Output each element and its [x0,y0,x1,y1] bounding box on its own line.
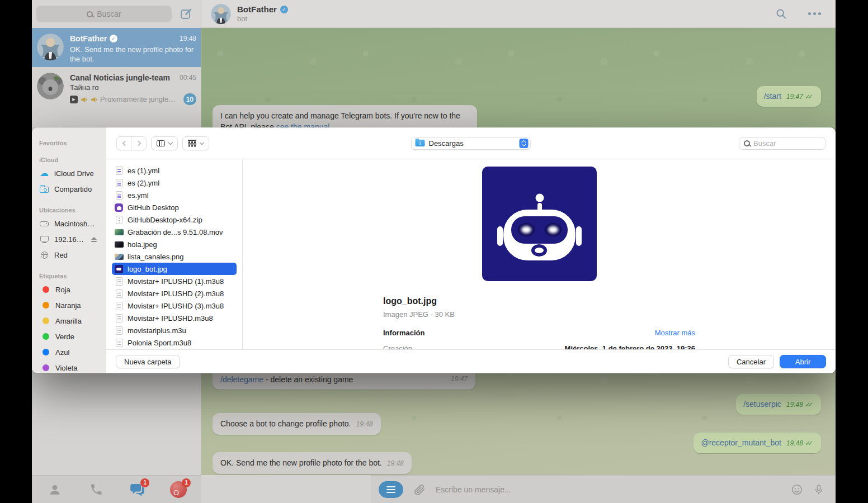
unread-badge: 10 [183,93,196,105]
tag-dot-icon [43,333,49,340]
chat-line1: Тайна го [70,83,196,92]
finder-search-placeholder: Buscar [753,139,776,148]
sidebar-item-naranja[interactable]: Naranja [32,297,106,313]
preview-filename: logo_bot.jpg [383,296,695,306]
message-input[interactable]: Escribe un mensaje... [436,485,781,494]
chat-list-item-canal-noticias[interactable]: Canal Noticias jungle-team 00:45 Тайна г… [32,67,201,106]
mention-link[interactable]: @receptor_mutant_bot [701,438,781,447]
show-more-link[interactable]: Mostrar más [655,329,695,337]
message-in[interactable]: OK. Send me the new profile photo for th… [213,452,412,474]
logo-bot-preview-image [482,167,597,281]
sidebar-item-verde[interactable]: Verde [32,329,106,344]
file-row-es-yml[interactable]: es.yml [112,189,237,201]
chat-header[interactable]: BotFather bot [201,0,836,28]
forward-button[interactable] [131,137,146,150]
sidebar-item-roja[interactable]: Roja [32,282,106,297]
group-by-button[interactable] [182,136,209,150]
search-icon[interactable] [775,8,787,20]
file-row-movistar-iplushd-2-m3u8[interactable]: Movistar+ IPLUSHD (2).m3u8 [112,287,237,300]
calls-tab[interactable] [88,481,105,498]
chat-title-block: BotFather bot [237,4,288,23]
new-folder-button[interactable]: Nueva carpeta [116,355,180,368]
command-link[interactable]: /start [764,92,781,101]
file-row-es-2-yml[interactable]: es (2).yml [112,177,237,189]
file-row-polonia-sport-m3u8[interactable]: Polonia Sport.m3u8 [112,336,237,349]
finder-search-input[interactable]: Buscar [739,137,825,150]
message-time: 19:47 [786,93,803,101]
select-stepper-icon [520,139,529,148]
sidebar-item-192-16[interactable]: 192.16… [32,231,106,247]
dialog-footer: Nueva carpeta Cancelar Abrir [106,349,836,373]
group-icon [188,140,196,146]
open-file-dialog: FavoritosiCloudiCloud DriveCompartidoUbi… [32,127,836,373]
message-in[interactable]: Choose a bot to change profile photo.19:… [213,413,381,435]
message-out[interactable]: /setuserpic19:48 [736,394,821,415]
sidebar-section-ubicaciones: Ubicaciones [39,207,106,213]
chat-line2: Proximamente jungle… [100,95,176,103]
file-row-movistar-iplushd-1-m3u8[interactable]: Movistar+ IPLUSHD (1).m3u8 [112,275,237,287]
file-row-logo-bot-jpg[interactable]: logo_bot.jpg [112,263,237,275]
file-row-es-1-yml[interactable]: es (1).yml [112,164,237,177]
file-row-movistariplus-m3u[interactable]: movistariplus.m3u [112,324,237,336]
settings-badge: 1 [182,478,191,487]
back-button[interactable] [117,137,131,150]
contacts-tab[interactable] [46,481,63,498]
settings-tab[interactable]: O 1 [170,481,187,498]
sidebar-item-icloud-drive[interactable]: iCloud Drive [32,165,106,181]
file-row-github-desktop[interactable]: GitHub Desktop [112,201,237,213]
sidebar-item-compartido[interactable]: Compartido [32,181,106,197]
command-link[interactable]: /setuserpic [743,400,781,409]
column-view-icon [157,140,165,146]
sidebar-item-label: Azul [55,348,69,357]
file-row-lista-canales-png[interactable]: lista_canales.png [112,250,237,263]
cancel-button[interactable]: Cancelar [728,355,774,368]
message-out[interactable]: @receptor_mutant_bot19:48 [694,433,821,453]
sidebar-item-macintosh[interactable]: Macintosh… [32,216,106,231]
chat-search-input[interactable]: Buscar [36,6,172,22]
file-row-hola-jpeg[interactable]: hola.jpeg [112,238,237,250]
command-link[interactable]: /deletegame [220,375,263,384]
drive-icon [39,221,49,226]
sidebar-item-azul[interactable]: Azul [32,344,106,360]
location-select[interactable]: Descargas [412,137,531,150]
eject-icon[interactable] [91,237,97,242]
chevron-right-icon [135,140,141,146]
open-button[interactable]: Abrir [780,355,826,368]
verified-icon [110,35,117,42]
message-text: - delete an existing game [263,375,353,384]
file-row-grabaci-n-de-s-9-51-08-mov[interactable]: Grabación de...s 9.51.08.mov [112,226,237,238]
search-icon [744,140,750,146]
attach-icon[interactable] [413,483,426,496]
message-text: Choose a bot to change profile photo. [220,419,351,428]
chat-list-item-botfather[interactable]: BotFather 19:48 OK. Send me the new prof… [32,28,201,67]
chat-title: BotFather [237,4,277,14]
png-color-file-icon [114,252,124,262]
chevron-down-icon [168,140,173,144]
file-row-githubdesktop-x64-zip[interactable]: GitHubDesktop-x64.zip [112,213,237,226]
message-out[interactable]: /start19:47 [757,86,821,107]
sidebar-item-label: Violeta [55,364,78,372]
file-row-movistar-iplushd-3-m3u8[interactable]: Movistar+ IPLUSHD (3).m3u8 [112,300,237,312]
tag-dot-icon [43,302,49,309]
message-composer: Escribe un mensaje... [371,475,836,503]
finder-content: Descargas Buscar es (1).ymles (2).ymles.… [106,127,836,373]
sidebar-item-violeta[interactable]: Violeta [32,360,106,373]
file-name: lista_canales.png [128,253,183,261]
megaphone-icon [90,96,98,103]
chats-tab[interactable]: 1 [129,481,145,498]
microphone-icon[interactable] [813,483,824,496]
more-options-icon[interactable] [808,12,821,15]
sidebar-item-amarilla[interactable]: Amarilla [32,313,106,329]
message-text: OK. Send me the new profile photo for th… [220,458,382,467]
finder-toolbar: Descargas Buscar [106,127,836,159]
emoji-icon[interactable] [791,483,803,496]
file-name: hola.jpeg [128,240,157,249]
zip-file-icon [114,215,124,225]
bot-menu-button[interactable] [379,481,403,498]
view-mode-button[interactable] [151,136,178,150]
sidebar-item-red[interactable]: Red [32,247,106,263]
sidebar-item-label: Amarilla [55,317,82,325]
new-message-icon[interactable] [180,7,193,21]
file-row-movistar-iplushd-m3u8[interactable]: Movistar+ IPLUSHD.m3u8 [112,312,237,324]
verified-icon [280,6,288,13]
